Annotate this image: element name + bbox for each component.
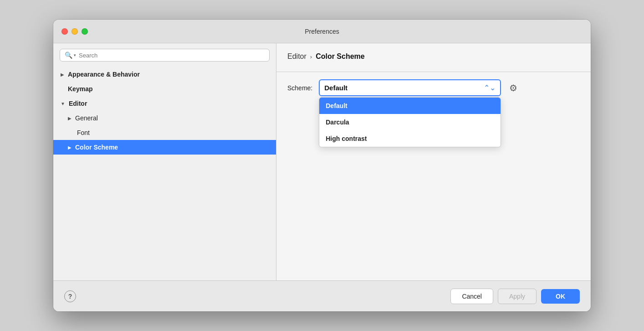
title-bar: Preferences xyxy=(53,20,591,43)
close-button[interactable] xyxy=(61,28,68,35)
search-container: 🔍 ▾ xyxy=(53,49,276,67)
chevron-down-icon: ▼ xyxy=(61,101,65,106)
dropdown-item-default[interactable]: Default xyxy=(319,98,501,114)
apply-button[interactable]: Apply xyxy=(498,289,537,304)
scheme-dropdown-menu: Default Darcula High contrast xyxy=(319,97,501,147)
sidebar-item-font[interactable]: Font xyxy=(53,125,276,140)
footer-left: ? xyxy=(64,290,76,302)
sidebar-item-label: Font xyxy=(77,129,90,136)
main-content: 🔍 ▾ ▶ Appearance & Behavior Keymap xyxy=(53,43,591,280)
chevron-updown-icon: ⌃⌄ xyxy=(484,83,496,92)
nav-items: ▶ Appearance & Behavior Keymap ▼ Editor … xyxy=(53,67,276,280)
ok-button[interactable]: OK xyxy=(541,289,580,304)
footer: ? Cancel Apply OK xyxy=(53,280,591,311)
gear-icon: ⚙ xyxy=(509,83,517,93)
breadcrumb-separator: › xyxy=(310,53,312,60)
sidebar: 🔍 ▾ ▶ Appearance & Behavior Keymap xyxy=(53,43,276,280)
breadcrumb: Editor › Color Scheme xyxy=(287,52,580,61)
footer-buttons: Cancel Apply OK xyxy=(450,289,580,304)
sidebar-item-appearance[interactable]: ▶ Appearance & Behavior xyxy=(53,67,276,82)
search-box[interactable]: 🔍 ▾ xyxy=(60,49,270,62)
help-button[interactable]: ? xyxy=(64,290,76,302)
dropdown-item-high-contrast[interactable]: High contrast xyxy=(319,130,501,147)
scheme-current-value: Default xyxy=(324,84,348,92)
sidebar-item-editor[interactable]: ▼ Editor xyxy=(53,96,276,111)
sidebar-item-label: Editor xyxy=(69,100,87,107)
sidebar-item-label: Keymap xyxy=(68,85,92,93)
sidebar-item-general[interactable]: ▶ General xyxy=(53,111,276,125)
sidebar-item-keymap[interactable]: Keymap xyxy=(53,82,276,96)
gear-button[interactable]: ⚙ xyxy=(507,81,519,95)
sidebar-item-color-scheme[interactable]: ▶ Color Scheme xyxy=(53,140,276,155)
minimize-button[interactable] xyxy=(72,28,78,35)
chevron-right-icon: ▶ xyxy=(61,72,64,77)
right-panel: Editor › Color Scheme Scheme: Default ⌃⌄… xyxy=(276,43,591,280)
help-icon: ? xyxy=(68,293,72,300)
preferences-window: Preferences 🔍 ▾ ▶ Appearance & Behavior xyxy=(53,20,591,311)
breadcrumb-current: Color Scheme xyxy=(316,52,365,61)
sidebar-item-label: Color Scheme xyxy=(75,144,118,151)
chevron-right-icon: ▶ xyxy=(68,145,72,150)
window-title: Preferences xyxy=(305,28,339,35)
dropdown-item-darcula[interactable]: Darcula xyxy=(319,114,501,130)
cancel-button[interactable]: Cancel xyxy=(450,289,493,304)
sidebar-item-label: Appearance & Behavior xyxy=(68,71,140,78)
search-input[interactable] xyxy=(79,52,265,59)
scheme-dropdown-button[interactable]: Default ⌃⌄ xyxy=(319,79,501,96)
scheme-dropdown-container: Default ⌃⌄ Default Darcula High contrast xyxy=(319,79,501,96)
sidebar-item-label: General xyxy=(75,114,98,122)
window-controls xyxy=(61,28,88,35)
search-icon: 🔍 ▾ xyxy=(65,52,76,59)
maximize-button[interactable] xyxy=(82,28,88,35)
scheme-row: Scheme: Default ⌃⌄ Default Darcula High … xyxy=(287,79,580,96)
scheme-label: Scheme: xyxy=(287,84,312,92)
breadcrumb-parent: Editor xyxy=(287,52,307,61)
chevron-right-icon: ▶ xyxy=(68,116,72,121)
